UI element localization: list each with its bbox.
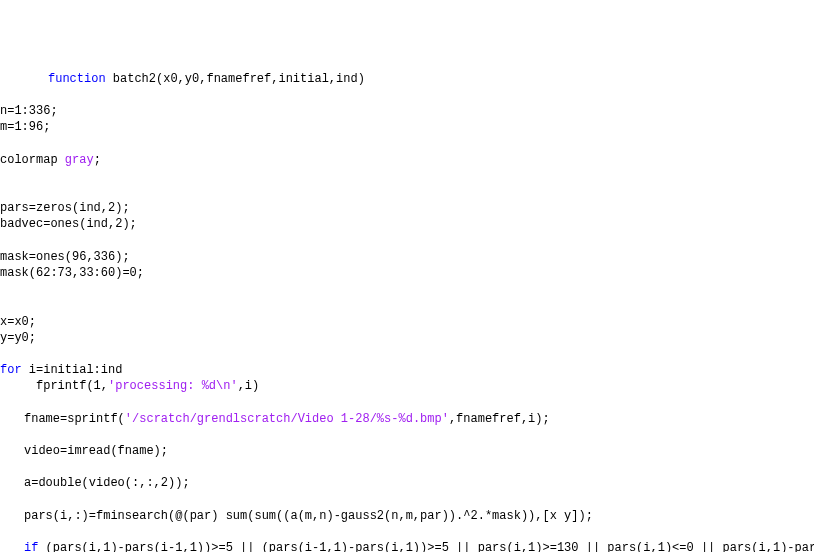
code-line: pars=zeros(ind,2); <box>0 200 814 216</box>
text-token <box>0 169 7 183</box>
text-token <box>0 493 7 507</box>
text-token: fprintf(1, <box>36 379 108 393</box>
code-line <box>0 492 814 508</box>
code-editor[interactable]: function batch2(x0,y0,fnamefref,initial,… <box>0 65 814 552</box>
text-token: video=imread(fname); <box>24 444 168 458</box>
code-line <box>0 346 814 362</box>
text-token: ,fnamefref,i); <box>449 412 550 426</box>
code-line: pars(i,:)=fminsearch(@(par) sum(sum((a(m… <box>0 508 814 524</box>
code-line: x=x0; <box>0 314 814 330</box>
keyword-token: for <box>0 363 22 377</box>
code-line: badvec=ones(ind,2); <box>0 216 814 232</box>
string-token: gray <box>65 153 94 167</box>
code-line <box>0 233 814 249</box>
code-line <box>0 395 814 411</box>
code-line <box>0 136 814 152</box>
text-token: i=initial:ind <box>22 363 123 377</box>
code-line: m=1:96; <box>0 119 814 135</box>
text-token: fname=sprintf( <box>24 412 125 426</box>
text-token <box>0 234 7 248</box>
text-token <box>0 396 7 410</box>
code-line: y=y0; <box>0 330 814 346</box>
text-token: mask=ones(96,336); <box>0 250 130 264</box>
text-token <box>0 137 7 151</box>
text-token: colormap <box>0 153 65 167</box>
code-line <box>0 168 814 184</box>
text-token: (pars(i,1)-pars(i-1,1))>=5 || (pars(i-1,… <box>38 541 814 552</box>
text-token: ; <box>94 153 101 167</box>
code-line: video=imread(fname); <box>0 443 814 459</box>
code-line: fname=sprintf('/scratch/grendlscratch/Vi… <box>0 411 814 427</box>
text-token: mask(62:73,33:60)=0; <box>0 266 144 280</box>
code-line: if (pars(i,1)-pars(i-1,1))>=5 || (pars(i… <box>0 540 814 552</box>
code-line: a=double(video(:,:,2)); <box>0 475 814 491</box>
text-token: m=1:96; <box>0 120 50 134</box>
code-line: function batch2(x0,y0,fnamefref,initial,… <box>0 71 814 87</box>
code-line: n=1:336; <box>0 103 814 119</box>
text-token: pars=zeros(ind,2); <box>0 201 130 215</box>
text-token: n=1:336; <box>0 104 58 118</box>
code-line: for i=initial:ind <box>0 362 814 378</box>
code-line: colormap gray; <box>0 152 814 168</box>
code-line: fprintf(1,'processing: %d\n',i) <box>0 378 814 394</box>
text-token <box>0 185 7 199</box>
code-line <box>0 459 814 475</box>
text-token: y=y0; <box>0 331 36 345</box>
text-token: ,i) <box>238 379 260 393</box>
text-token <box>0 298 7 312</box>
code-line: mask=ones(96,336); <box>0 249 814 265</box>
text-token <box>0 282 7 296</box>
text-token: a=double(video(:,:,2)); <box>24 476 190 490</box>
keyword-token: function <box>48 72 106 86</box>
text-token <box>0 88 7 102</box>
keyword-token: if <box>24 541 38 552</box>
code-line <box>0 87 814 103</box>
code-line <box>0 524 814 540</box>
text-token: badvec=ones(ind,2); <box>0 217 137 231</box>
code-line <box>0 281 814 297</box>
code-line <box>0 427 814 443</box>
code-line <box>0 184 814 200</box>
text-token: pars(i,:)=fminsearch(@(par) sum(sum((a(m… <box>24 509 593 523</box>
string-token: 'processing: %d\n' <box>108 379 238 393</box>
code-line <box>0 297 814 313</box>
text-token <box>0 428 7 442</box>
string-token: '/scratch/grendlscratch/Video 1-28/%s-%d… <box>125 412 449 426</box>
text-token: batch2(x0,y0,fnamefref,initial,ind) <box>106 72 365 86</box>
text-token <box>0 460 7 474</box>
text-token <box>0 525 7 539</box>
code-line: mask(62:73,33:60)=0; <box>0 265 814 281</box>
text-token <box>0 347 7 361</box>
text-token: x=x0; <box>0 315 36 329</box>
